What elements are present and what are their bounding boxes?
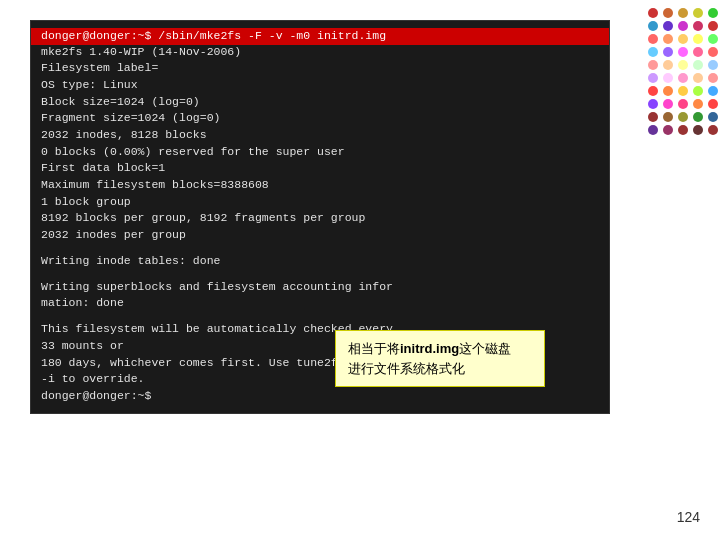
dots-decoration (640, 0, 720, 130)
terminal-line: First data block=1 (41, 160, 599, 177)
decoration-dot (678, 99, 688, 109)
terminal-line (41, 312, 599, 321)
decoration-dot (648, 21, 658, 31)
decoration-dot (693, 125, 703, 135)
decoration-dot (708, 47, 718, 57)
terminal-line: mke2fs 1.40-WIP (14-Nov-2006) (41, 44, 599, 61)
decoration-dot (708, 34, 718, 44)
decoration-dot (678, 8, 688, 18)
terminal-line (41, 244, 599, 253)
decoration-dot (708, 86, 718, 96)
decoration-dot (708, 73, 718, 83)
decoration-dot (708, 60, 718, 70)
decoration-dot (708, 125, 718, 135)
decoration-dot (693, 47, 703, 57)
terminal-line: 8192 blocks per group, 8192 fragments pe… (41, 210, 599, 227)
decoration-dot (678, 34, 688, 44)
decoration-dot (663, 99, 673, 109)
slide-container: donger@donger:~$ /sbin/mke2fs -F -v -m0 … (0, 0, 720, 540)
terminal-line: Writing inode tables: done (41, 253, 599, 270)
terminal-line: 2032 inodes, 8128 blocks (41, 127, 599, 144)
decoration-dot (693, 73, 703, 83)
decoration-dot (678, 60, 688, 70)
terminal-line: mation: done (41, 295, 599, 312)
decoration-dot (648, 86, 658, 96)
decoration-dot (663, 34, 673, 44)
decoration-dot (648, 99, 658, 109)
decoration-dot (708, 112, 718, 122)
tooltip-bold: initrd.img (400, 341, 459, 356)
decoration-dot (663, 73, 673, 83)
decoration-dot (648, 34, 658, 44)
decoration-dot (678, 21, 688, 31)
decoration-dot (708, 21, 718, 31)
decoration-dot (663, 86, 673, 96)
decoration-dot (663, 47, 673, 57)
decoration-dot (678, 47, 688, 57)
decoration-dot (648, 47, 658, 57)
decoration-dot (708, 8, 718, 18)
command-line: donger@donger:~$ /sbin/mke2fs -F -v -m0 … (31, 28, 609, 45)
terminal-line: Filesystem label= (41, 60, 599, 77)
decoration-dot (648, 8, 658, 18)
decoration-dot (693, 99, 703, 109)
terminal-line: Fragment size=1024 (log=0) (41, 110, 599, 127)
decoration-dot (693, 86, 703, 96)
terminal-line: Block size=1024 (log=0) (41, 94, 599, 111)
terminal-line: 0 blocks (0.00%) reserved for the super … (41, 144, 599, 161)
decoration-dot (678, 112, 688, 122)
decoration-dot (693, 112, 703, 122)
decoration-dot (693, 34, 703, 44)
decoration-dot (648, 112, 658, 122)
terminal-line: 1 block group (41, 194, 599, 211)
decoration-dot (663, 8, 673, 18)
page-number: 124 (677, 509, 700, 525)
decoration-dot (663, 125, 673, 135)
decoration-dot (648, 73, 658, 83)
tooltip-text-before: 相当于将 (348, 341, 400, 356)
terminal-line: OS type: Linux (41, 77, 599, 94)
terminal-line: donger@donger:~$ (41, 388, 599, 405)
tooltip-text-middle: 这个磁盘 (459, 341, 511, 356)
decoration-dot (708, 99, 718, 109)
decoration-dot (693, 60, 703, 70)
decoration-dot (648, 60, 658, 70)
decoration-dot (693, 21, 703, 31)
terminal-line: 2032 inodes per group (41, 227, 599, 244)
tooltip-box: 相当于将initrd.img这个磁盘 进行文件系统格式化 (335, 330, 545, 387)
terminal-line: Writing superblocks and filesystem accou… (41, 279, 599, 296)
decoration-dot (663, 112, 673, 122)
decoration-dot (678, 73, 688, 83)
decoration-dot (693, 8, 703, 18)
decoration-dot (678, 125, 688, 135)
tooltip-text-after: 进行文件系统格式化 (348, 361, 465, 376)
decoration-dot (678, 86, 688, 96)
terminal-line (41, 270, 599, 279)
decoration-dot (663, 21, 673, 31)
decoration-dot (663, 60, 673, 70)
terminal-line: Maximum filesystem blocks=8388608 (41, 177, 599, 194)
decoration-dot (648, 125, 658, 135)
